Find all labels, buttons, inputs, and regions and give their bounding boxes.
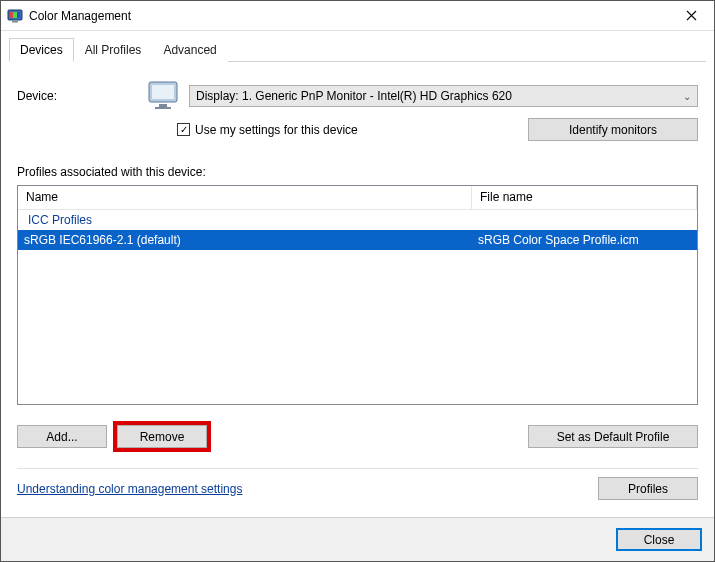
device-dropdown-value: Display: 1. Generic PnP Monitor - Intel(… xyxy=(196,89,512,103)
svg-rect-2 xyxy=(10,12,13,18)
chevron-down-icon: ⌄ xyxy=(683,91,691,102)
divider xyxy=(17,468,698,469)
device-dropdown[interactable]: Display: 1. Generic PnP Monitor - Intel(… xyxy=(189,85,698,107)
color-management-window: Color Management Devices All Profiles Ad… xyxy=(0,0,715,562)
svg-rect-7 xyxy=(152,85,174,99)
tabs: Devices All Profiles Advanced xyxy=(9,37,706,62)
profiles-button[interactable]: Profiles xyxy=(598,477,698,500)
window-title: Color Management xyxy=(29,9,668,23)
profile-filename: sRGB Color Space Profile.icm xyxy=(472,233,697,247)
remove-button[interactable]: Remove xyxy=(117,425,207,448)
profiles-associated-label: Profiles associated with this device: xyxy=(17,165,698,179)
titlebar: Color Management xyxy=(1,1,714,31)
understanding-link[interactable]: Understanding color management settings xyxy=(17,482,242,496)
svg-rect-3 xyxy=(13,12,17,18)
profile-buttons-row: Add... Remove Set as Default Profile xyxy=(17,421,698,452)
identify-monitors-button[interactable]: Identify monitors xyxy=(528,118,698,141)
set-default-profile-button[interactable]: Set as Default Profile xyxy=(528,425,698,448)
tabs-container: Devices All Profiles Advanced xyxy=(1,31,714,62)
checkbox-icon: ✓ xyxy=(177,123,190,136)
profile-name: sRGB IEC61966-2.1 (default) xyxy=(18,233,472,247)
app-icon xyxy=(7,8,23,24)
profiles-listview[interactable]: Name File name ICC Profiles sRGB IEC6196… xyxy=(17,185,698,405)
svg-rect-4 xyxy=(17,12,20,18)
add-button[interactable]: Add... xyxy=(17,425,107,448)
close-icon[interactable] xyxy=(668,1,714,31)
column-header-filename[interactable]: File name xyxy=(472,186,697,209)
listview-group-icc: ICC Profiles xyxy=(18,210,697,230)
tab-all-profiles[interactable]: All Profiles xyxy=(74,38,153,62)
bottom-row: Understanding color management settings … xyxy=(17,477,698,500)
svg-rect-8 xyxy=(159,104,167,107)
listview-header: Name File name xyxy=(18,186,697,210)
dialog-footer: Close xyxy=(1,517,714,561)
monitor-icon xyxy=(147,80,183,112)
tab-content-devices: Device: Display: 1. Generic PnP Monitor … xyxy=(1,62,714,517)
device-row: Device: Display: 1. Generic PnP Monitor … xyxy=(17,80,698,112)
use-my-settings-checkbox[interactable]: ✓ Use my settings for this device xyxy=(177,123,528,137)
svg-rect-9 xyxy=(155,107,171,109)
tab-devices[interactable]: Devices xyxy=(9,38,74,62)
profile-row[interactable]: sRGB IEC61966-2.1 (default) sRGB Color S… xyxy=(18,230,697,250)
tab-advanced[interactable]: Advanced xyxy=(152,38,227,62)
close-button[interactable]: Close xyxy=(616,528,702,551)
device-options-row: ✓ Use my settings for this device Identi… xyxy=(17,118,698,141)
device-label: Device: xyxy=(17,89,147,103)
use-my-settings-label: Use my settings for this device xyxy=(195,123,358,137)
svg-rect-5 xyxy=(12,21,18,23)
column-header-name[interactable]: Name xyxy=(18,186,472,209)
remove-button-highlight: Remove xyxy=(113,421,211,452)
